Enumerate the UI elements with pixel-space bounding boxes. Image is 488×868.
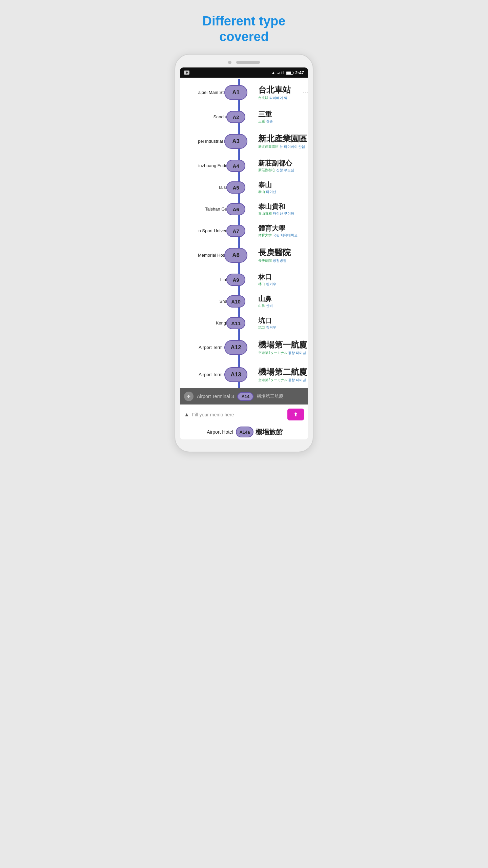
station-right-info-A5: 泰山泰山 타이산 <box>243 181 308 194</box>
metro-list: aipei Main StationA1台北車站台北駅 타이베이 역Sancho… <box>180 78 308 388</box>
station-row-A1[interactable]: aipei Main StationA1台北車站台北駅 타이베이 역 <box>180 79 308 106</box>
station-chinese-main-A11: 坑口 <box>258 316 308 324</box>
station-right-info-A13: 機場第二航廈空港第2ターミナル 공항 터미널 <box>243 367 308 382</box>
station-row-A13[interactable]: Airport Terminal 2A13機場第二航廈空港第2ターミナル 공항 … <box>180 361 308 388</box>
share-icon: ⬆ <box>293 411 298 418</box>
chevron-up-icon[interactable]: ▲ <box>184 412 189 418</box>
station-chinese-main-A2: 三重 <box>258 110 308 118</box>
status-bar: ▲ 2:47 <box>180 67 308 78</box>
station-chinese-main-A5: 泰山 <box>258 181 308 189</box>
station-row-A10[interactable]: ShanbiA10山鼻山鼻 산비 <box>180 291 308 312</box>
station-badge-A5[interactable]: A5 <box>226 181 245 194</box>
station-row-A4[interactable]: inzhuang FuduxinA4新莊副都心新莊副都心 신창 부도심 <box>180 155 308 177</box>
station-chinese-main-A6: 泰山貴和 <box>258 202 308 211</box>
station-right-info-A2: 三重三重 싼충 <box>243 110 308 124</box>
phone-screen: ▲ 2:47 aipei Main StationA1台北車站台北駅 <box>180 67 308 439</box>
status-right: ▲ 2:47 <box>271 70 304 75</box>
station-row-A6[interactable]: Taishan GuiheA6泰山貴和泰山貴和 타이산 구이허 <box>180 198 308 220</box>
station-chinese-main-A10: 山鼻 <box>258 295 308 303</box>
station-chinese-main-A3: 新北產業園區 <box>258 134 308 144</box>
station-badge-A12[interactable]: A12 <box>224 340 247 355</box>
time-display: 2:47 <box>295 70 304 75</box>
station-chinese-sub-A8: 長庚病院 창컹병원 <box>258 258 308 263</box>
station-row-A7[interactable]: n Sport UniversityA7體育大學体育大学 국립 체육대학교 <box>180 220 308 242</box>
phone-camera <box>228 61 231 64</box>
station-chinese-sub-A13: 空港第2ターミナル 공항 터미널 <box>258 378 308 382</box>
dashed-line-A1 <box>303 93 308 93</box>
station-right-info-A8: 長庚醫院長庚病院 창컹병원 <box>243 248 308 263</box>
svg-point-1 <box>186 72 188 74</box>
station-right-info-A4: 新莊副都心新莊副都心 신창 부도심 <box>243 159 308 173</box>
station-row-A3[interactable]: pei Industrial ParkA3新北產業園區新北産業園区 뉴 타이베이… <box>180 128 308 155</box>
station-chinese-main-A8: 長庚醫院 <box>258 248 308 258</box>
memo-placeholder[interactable]: Fill your memo here <box>192 412 285 417</box>
photo-icon <box>184 71 189 75</box>
station-chinese-sub-A7: 体育大学 국립 체육대학교 <box>258 233 308 238</box>
station-badge-A10[interactable]: A10 <box>226 295 245 308</box>
station-row-A5[interactable]: TaishanA5泰山泰山 타이산 <box>180 177 308 198</box>
station-chinese-sub-A4: 新莊副都心 신창 부도심 <box>258 168 308 173</box>
airport-terminal3-icon: ✈ <box>184 392 194 401</box>
station-chinese-sub-A12: 空港第1ターミナル 공항 터미널 <box>258 351 308 355</box>
station-badge-A7[interactable]: A7 <box>226 225 245 237</box>
station-right-info-A10: 山鼻山鼻 산비 <box>243 295 308 308</box>
station-chinese-sub-A6: 泰山貴和 타이산 구이허 <box>258 211 308 216</box>
station-right-info-A3: 新北產業園區新北産業園区 뉴 타이베이 산업 <box>243 134 308 149</box>
station-chinese-sub-A1: 台北駅 타이베이 역 <box>258 96 308 100</box>
station-chinese-main-A9: 林口 <box>258 273 308 281</box>
station-row-A9[interactable]: LinkouA9林口林口 린커우 <box>180 269 308 291</box>
station-badge-A2[interactable]: A2 <box>226 111 245 123</box>
bottom-badge: A14 <box>237 392 253 401</box>
station-badge-A1[interactable]: A1 <box>224 85 247 100</box>
airport-hotel-row: Airport Hotel A14a 機場旅館 <box>180 425 308 439</box>
station-chinese-sub-A9: 林口 린커우 <box>258 282 308 287</box>
station-right-info-A9: 林口林口 린커우 <box>243 273 308 287</box>
signal-icon <box>278 71 284 74</box>
memo-bar: ▲ Fill your memo here ⬆ <box>180 405 308 425</box>
station-chinese-main-A1: 台北車站 <box>258 85 308 95</box>
page-wrapper: Different type covered ▲ <box>173 14 315 452</box>
station-right-info-A11: 坑口坑口 컹커우 <box>243 316 308 330</box>
battery-icon <box>286 71 293 75</box>
hotel-badge: A14a <box>236 427 253 437</box>
station-row-A12[interactable]: Airport Terminal 1A12機場第一航廈空港第1ターミナル 공항 … <box>180 334 308 361</box>
dashed-line-A2 <box>303 117 308 117</box>
phone-frame: ▲ 2:47 aipei Main StationA1台北車站台北駅 <box>175 54 313 452</box>
station-badge-A13[interactable]: A13 <box>224 367 247 382</box>
station-chinese-main-A4: 新莊副都心 <box>258 159 308 167</box>
station-right-info-A6: 泰山貴和泰山貴和 타이산 구이허 <box>243 202 308 216</box>
station-badge-A4[interactable]: A4 <box>226 160 245 172</box>
station-badge-A9[interactable]: A9 <box>226 274 245 286</box>
station-right-info-A1: 台北車站台北駅 타이베이 역 <box>243 85 308 100</box>
station-chinese-main-A13: 機場第二航廈 <box>258 367 308 377</box>
phone-top-bar <box>180 61 308 64</box>
bottom-partial-bar: ✈ Airport Terminal 3 A14 機場第三航廈 <box>180 388 308 405</box>
station-chinese-main-A12: 機場第一航廈 <box>258 340 308 350</box>
station-chinese-sub-A5: 泰山 타이산 <box>258 190 308 194</box>
station-chinese-sub-A2: 三重 싼충 <box>258 119 308 124</box>
station-right-info-A12: 機場第一航廈空港第1ターミナル 공항 터미널 <box>243 340 308 355</box>
station-chinese-main-A7: 體育大學 <box>258 224 308 232</box>
status-left <box>184 71 189 75</box>
station-badge-A3[interactable]: A3 <box>224 134 247 149</box>
bottom-chinese: 機場第三航廈 <box>257 393 283 399</box>
station-chinese-sub-A3: 新北産業園区 뉴 타이베이 산업 <box>258 144 308 149</box>
station-row-A8[interactable]: Memorial HospitalA8長庚醫院長庚病院 창컹병원 <box>180 242 308 269</box>
bottom-station-label: Airport Terminal 3 <box>197 394 234 399</box>
phone-speaker <box>236 61 260 64</box>
station-badge-A6[interactable]: A6 <box>226 203 245 215</box>
station-badge-A8[interactable]: A8 <box>224 248 247 263</box>
station-right-info-A7: 體育大學体育大学 국립 체육대학교 <box>243 224 308 238</box>
station-row-A11[interactable]: KengkouA11坑口坑口 컹커우 <box>180 312 308 334</box>
wifi-icon: ▲ <box>271 70 276 75</box>
phone-bottom-space <box>180 439 308 446</box>
share-button[interactable]: ⬆ <box>287 409 304 420</box>
station-chinese-sub-A11: 坑口 컹커우 <box>258 325 308 330</box>
station-chinese-sub-A10: 山鼻 산비 <box>258 303 308 308</box>
hotel-left-label: Airport Hotel <box>180 429 236 435</box>
station-row-A2[interactable]: SanchongA2三重三重 싼충 <box>180 106 308 128</box>
station-badge-A11[interactable]: A11 <box>226 317 245 329</box>
hotel-chinese: 機場旅館 <box>256 428 283 437</box>
page-heading: Different type covered <box>173 14 315 44</box>
